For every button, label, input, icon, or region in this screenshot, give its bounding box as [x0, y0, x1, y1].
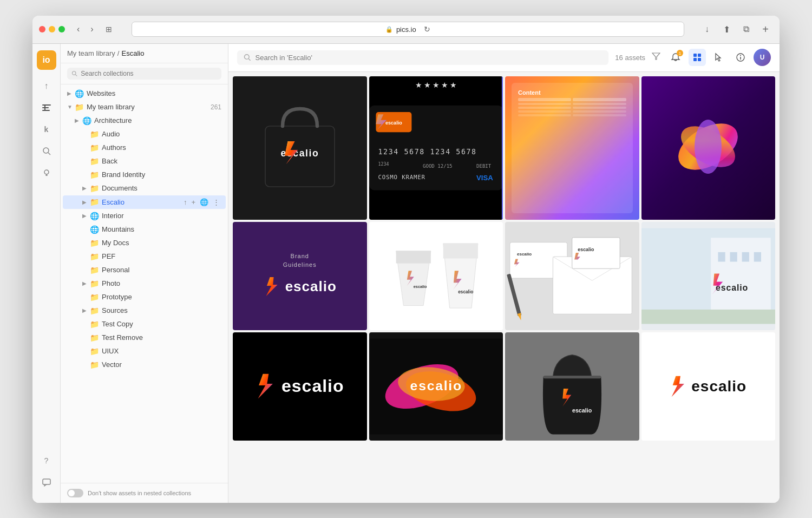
svg-point-6 — [44, 170, 49, 174]
asset-card[interactable]: escalio — [233, 332, 367, 441]
tab-view-button[interactable]: ⊞ — [101, 23, 116, 36]
asset-card[interactable]: escalio — [641, 222, 776, 330]
more-options-button[interactable]: ⋮ — [211, 198, 221, 207]
sidebar-item-label: Audio — [102, 130, 221, 138]
sidebar-item-personal[interactable]: 📁 Personal — [63, 264, 226, 277]
rail-chat-button[interactable] — [37, 473, 56, 492]
sidebar-item-testcopy[interactable]: 📁 Test Copy — [63, 318, 226, 331]
asset-card[interactable] — [641, 76, 776, 220]
asset-count-label: 16 assets — [615, 54, 645, 62]
item-actions: ↑ + 🌐 ⋮ — [182, 198, 221, 207]
filter-button[interactable] — [652, 52, 660, 63]
sidebar-item-label: Documents — [102, 184, 221, 192]
svg-point-12 — [244, 55, 249, 60]
folder-icon: 📁 — [90, 239, 100, 247]
folder-icon: 📁 — [90, 347, 100, 356]
minimize-button[interactable] — [49, 26, 55, 32]
notification-button[interactable]: 1 — [667, 49, 684, 66]
asset-card[interactable]: escalio — [641, 332, 776, 441]
close-button[interactable] — [39, 26, 45, 32]
sidebar-item-label: Websites — [87, 89, 221, 97]
sidebar-item-mydocs[interactable]: 📁 My Docs — [63, 237, 226, 250]
svg-marker-14 — [652, 53, 660, 60]
select-mode-button[interactable] — [710, 49, 728, 66]
asset-card[interactable]: escalio — [369, 332, 503, 441]
lock-icon: 🔒 — [385, 26, 393, 33]
upload-to-folder-button[interactable]: ↑ — [182, 198, 189, 207]
sidebar-item-label: Brand Identity — [102, 171, 221, 179]
rail-upload-button[interactable]: ↑ — [37, 76, 56, 96]
grid-icon — [693, 53, 702, 62]
sidebar-item-sources[interactable]: ▶ 📁 Sources — [63, 304, 226, 317]
svg-rect-15 — [693, 54, 697, 57]
sidebar-item-pef[interactable]: 📁 PEF — [63, 250, 226, 263]
item-count: 261 — [211, 103, 221, 111]
info-button[interactable] — [732, 49, 749, 66]
rail-search-button[interactable] — [37, 141, 56, 161]
reload-button[interactable]: ↻ — [424, 25, 430, 34]
asset-card[interactable]: Content — [505, 76, 639, 220]
toggle-label: Don't show assets in nested collections — [88, 490, 191, 496]
svg-rect-0 — [42, 104, 51, 106]
sidebar-item-escalio[interactable]: ▶ 📁 Escalio ↑ + 🌐 ⋮ — [63, 195, 226, 209]
rail-help-button[interactable]: ? — [37, 451, 56, 470]
asset-card[interactable]: escalio escalio — [369, 222, 503, 330]
rail-k-button[interactable]: k — [37, 120, 56, 139]
sidebar-item-architecture[interactable]: ▶ 🌐 Architecture — [63, 114, 226, 127]
sidebar-item-brandidentity[interactable]: 📁 Brand Identity — [63, 168, 226, 181]
maximize-button[interactable] — [58, 26, 65, 32]
sidebar-item-photo[interactable]: ▶ 📁 Photo — [63, 277, 226, 290]
asset-card[interactable]: escalio — [505, 222, 639, 330]
address-bar: 🔒 pics.io ↻ — [132, 22, 684, 37]
sidebar-item-audio[interactable]: 📁 Audio — [63, 128, 226, 141]
sidebar-item-documents[interactable]: ▶ 📁 Documents — [63, 182, 226, 195]
asset-card[interactable]: escalio — [505, 332, 639, 441]
chat-icon — [42, 478, 51, 487]
asset-card[interactable]: escalio — [233, 76, 367, 220]
sidebar-item-label: Mountains — [102, 225, 221, 233]
sidebar-item-myteamlibrary[interactable]: ▼ 📁 My team library 261 — [63, 101, 226, 114]
sidebar-item-testremove[interactable]: 📁 Test Remove — [63, 331, 226, 344]
rail-bulb-button[interactable] — [37, 163, 56, 182]
share-icon-button[interactable]: ⬆ — [719, 22, 734, 37]
svg-point-10 — [72, 71, 76, 75]
add-subfolder-button[interactable]: + — [189, 198, 197, 207]
cursor-icon — [714, 53, 724, 62]
download-icon-button[interactable]: ↓ — [699, 22, 715, 37]
sidebar-item-mountains[interactable]: 🌐 Mountains — [63, 223, 226, 236]
k-icon: k — [44, 125, 49, 134]
expand-arrow: ▶ — [82, 280, 90, 286]
nested-toggle[interactable] — [67, 489, 83, 497]
sidebar-item-back[interactable]: 📁 Back — [63, 155, 226, 168]
forward-nav-button[interactable]: › — [87, 22, 96, 36]
content-search-input[interactable] — [256, 54, 603, 62]
sidebar-item-interior[interactable]: ▶ 🌐 Interior — [63, 209, 226, 222]
user-avatar-button[interactable]: U — [754, 49, 771, 66]
sidebar-item-websites[interactable]: ▶ 🌐 Websites — [63, 87, 226, 100]
sidebar-item-authors[interactable]: 📁 Authors — [63, 141, 226, 154]
sidebar-item-label: Photo — [102, 279, 221, 287]
share-folder-button[interactable]: 🌐 — [198, 198, 210, 207]
sidebar-item-label: Back — [102, 157, 221, 165]
sidebar-search-input[interactable] — [81, 70, 217, 77]
new-tab-button[interactable]: + — [758, 22, 773, 37]
expand-arrow: ▶ — [67, 90, 75, 96]
app-logo: io — [37, 50, 56, 70]
asset-card[interactable]: Brand Guidelines — [233, 222, 367, 330]
sidebar-item-prototype[interactable]: 📁 Prototype — [63, 291, 226, 304]
svg-rect-3 — [44, 104, 45, 111]
asset-card[interactable]: ★★★★★ escalio — [369, 76, 503, 220]
sidebar-item-uiux[interactable]: 📁 UIUX — [63, 345, 226, 358]
grid-view-button[interactable] — [689, 49, 706, 66]
rail-tree-button[interactable] — [37, 98, 56, 117]
sidebar-item-label: PEF — [102, 252, 221, 260]
sidebar-item-label: My Docs — [102, 239, 221, 247]
folder-icon: 📁 — [90, 333, 100, 342]
globe-icon: 🌐 — [82, 116, 92, 125]
info-icon — [736, 53, 745, 62]
content-header: 16 assets 1 — [228, 44, 780, 72]
back-nav-button[interactable]: ‹ — [74, 22, 83, 36]
sidebar-item-vector[interactable]: 📁 Vector — [63, 358, 226, 371]
window-icon-button[interactable]: ⧉ — [738, 22, 754, 37]
bulb-icon — [42, 168, 51, 177]
